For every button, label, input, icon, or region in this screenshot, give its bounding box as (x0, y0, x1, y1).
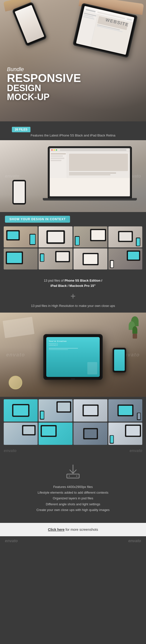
laptop-mockup (48, 146, 132, 198)
files-badge: 26 FILES (12, 127, 30, 132)
click-here-bar: Click here for more screenshots (0, 523, 146, 536)
features-description: Features the Latest iPhone 5S Black and … (5, 134, 141, 137)
svg-point-2 (69, 476, 70, 476)
grid-cell-7 (73, 248, 107, 270)
context-grid-section (0, 225, 146, 273)
laptop-section: envato envato (0, 140, 146, 212)
grid-cell-6 (39, 248, 73, 270)
download-icon-container (64, 463, 82, 480)
edition-text-2: iPad Black / Macbook Pro 15" (50, 284, 96, 288)
psd-files-text: 13 psd files of Phone 5S Black Edition /… (10, 278, 136, 288)
plant-shape (129, 316, 141, 336)
envato-label-left: envato (4, 448, 16, 453)
feature-lifestyle: Lifestyle elements added to add differen… (10, 490, 136, 496)
download-section: Features 4400x2900px files Lifestyle ele… (0, 454, 146, 523)
grid2-cell-2 (39, 399, 73, 422)
plus-divider: + (10, 291, 136, 302)
click-here-suffix: for more screenshots (65, 528, 98, 532)
watermark-left: envato (5, 174, 19, 179)
envato-row: envato envato (0, 447, 146, 454)
show-design-button[interactable]: SHOW Your DESIGN IN CONTEXT (5, 216, 70, 223)
features-bar: 26 FILES Features the Latest iPhone 5S B… (0, 121, 146, 140)
click-here-text: Click here for more screenshots (48, 528, 98, 532)
grid-cell-3 (73, 226, 107, 248)
context-mockup-grid (4, 226, 142, 270)
grid2-cell-3 (73, 399, 107, 422)
edition-text: Phone 5S Black Edition / (65, 279, 102, 282)
info-section: 13 psd files of Phone 5S Black Edition /… (0, 273, 146, 312)
grid2-cell-4 (108, 399, 142, 422)
hires-text: 13 psd files in High Resolution to make … (10, 304, 136, 308)
envato-label-right: envato (130, 448, 142, 453)
grid2-cell-7 (73, 422, 107, 445)
click-here-link[interactable]: Click here (48, 528, 65, 532)
grid-cell-2 (39, 226, 73, 248)
hero-title-line1: RESPONSIVE (7, 72, 81, 84)
hero-section: WEBSITE Bundle RESPONSIVE DESIGN MOCK-UP (0, 0, 146, 121)
svg-point-3 (76, 476, 77, 476)
grid2-cell-8 (108, 422, 142, 445)
grid-cell-8 (108, 248, 142, 270)
grid-cell-4 (108, 226, 142, 248)
bottom-envato-left: envato (5, 539, 18, 543)
grid2-cell-1 (4, 399, 38, 422)
grid2-cell-5 (4, 422, 38, 445)
download-features: Features 4400x2900px files Lifestyle ele… (10, 484, 136, 513)
hero-text-block: Bundle RESPONSIVE DESIGN MOCK-UP (7, 66, 81, 102)
coffee-cup-shape (9, 376, 22, 389)
lifestyle-phone-mockup (113, 348, 126, 372)
feature-closeups: Create your own close ups with high qual… (10, 507, 136, 513)
grid-cell-1 (4, 226, 38, 248)
bottom-envato-right: envato (128, 539, 141, 543)
laptop-phone-mockup (12, 180, 26, 204)
feature-angles: Different angle shots and light settings (10, 501, 136, 507)
bottom-envato-bar: envato envato (0, 536, 146, 546)
grid2-cell-6 (39, 422, 73, 445)
hero-tablet-screen: WEBSITE (76, 6, 134, 55)
laptop-screen (50, 148, 130, 196)
grid-cell-5 (4, 248, 38, 270)
download-icon (64, 463, 82, 480)
hero-title-line3: MOCK-UP (7, 93, 81, 102)
grid2-section (0, 397, 146, 447)
svg-rect-0 (67, 474, 79, 478)
lifestyle-mockup-section: envato envato envato You're Creative Pow… (0, 312, 146, 397)
show-design-bar: SHOW Your DESIGN IN CONTEXT (0, 212, 146, 225)
hero-title-line2: DESIGN (7, 84, 81, 93)
feature-resolution: Features 4400x2900px files (10, 484, 136, 490)
big-tablet-mockup: You're Creative Powered by acommunity of (43, 334, 103, 380)
feature-organized: Organized layers in psd files (10, 496, 136, 501)
grid2 (4, 399, 142, 445)
